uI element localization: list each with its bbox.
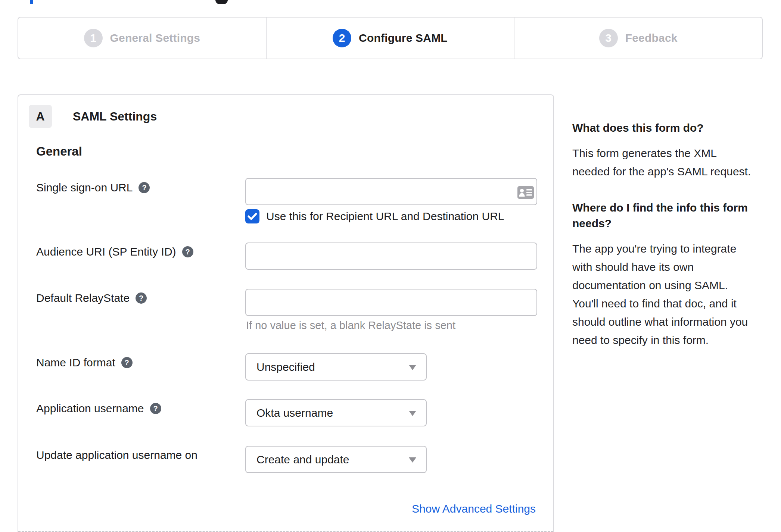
update-username-label-row: Update application username on <box>36 448 197 463</box>
step-2-label: Configure SAML <box>359 32 448 44</box>
checkmark-icon <box>248 212 257 220</box>
app-username-value: Okta username <box>256 407 333 419</box>
show-advanced-settings-link[interactable]: Show Advanced Settings <box>412 503 536 515</box>
sso-url-help-icon[interactable]: ? <box>139 182 150 193</box>
name-id-format-help-icon[interactable]: ? <box>121 357 133 368</box>
audience-uri-help-icon[interactable]: ? <box>182 246 193 257</box>
help-question-1: What does this form do? <box>572 120 754 136</box>
recipient-url-checkbox-label: Use this for Recipient URL and Destinati… <box>266 210 504 223</box>
app-username-select[interactable]: Okta username <box>245 399 427 426</box>
update-username-select[interactable]: Create and update <box>245 446 427 473</box>
cutoff-logo-fragment <box>215 0 228 4</box>
saml-settings-card: A SAML Settings General Single sign-on U… <box>18 94 554 532</box>
app-username-label-row: Application username ? <box>36 401 161 416</box>
help-answer-2: The app you're trying to integrate with … <box>572 240 754 349</box>
relay-state-hint: If no value is set, a blank RelayState i… <box>246 319 455 332</box>
step-3-label: Feedback <box>625 32 678 44</box>
relay-state-help-icon[interactable]: ? <box>136 292 147 304</box>
step-1-number-badge: 1 <box>84 29 103 47</box>
relay-state-label: Default RelayState <box>36 291 130 306</box>
step-configure-saml[interactable]: 2 Configure SAML <box>266 18 514 59</box>
update-username-label: Update application username on <box>36 448 197 463</box>
cutoff-blue-fragment <box>30 0 33 4</box>
general-group-heading: General <box>36 144 82 159</box>
step-2-number-badge: 2 <box>333 29 351 47</box>
app-username-label: Application username <box>36 401 144 416</box>
section-title: SAML Settings <box>73 110 157 123</box>
wizard-stepper: 1 General Settings 2 Configure SAML 3 Fe… <box>18 17 763 59</box>
help-block-what: What does this form do? This form genera… <box>572 120 754 181</box>
name-id-format-label: Name ID format <box>36 355 115 370</box>
help-sidebar: What does this form do? This form genera… <box>572 120 754 349</box>
help-block-where: Where do I find the info this form needs… <box>572 200 754 349</box>
audience-uri-input[interactable] <box>245 242 537 270</box>
section-header: A SAML Settings <box>29 105 157 128</box>
help-question-2: Where do I find the info this form needs… <box>572 200 754 231</box>
name-id-format-label-row: Name ID format ? <box>36 355 133 370</box>
relay-state-input[interactable] <box>245 289 537 316</box>
section-a-badge: A <box>29 105 52 128</box>
step-feedback[interactable]: 3 Feedback <box>514 18 762 59</box>
chevron-down-icon <box>409 365 416 370</box>
sso-url-label: Single sign-on URL <box>36 180 133 195</box>
step-1-label: General Settings <box>110 32 200 44</box>
sso-url-input[interactable] <box>245 178 537 205</box>
chevron-down-icon <box>409 411 416 416</box>
chevron-down-icon <box>409 457 416 463</box>
recipient-url-checkbox[interactable] <box>245 209 259 223</box>
relay-state-label-row: Default RelayState ? <box>36 291 147 306</box>
help-answer-1: This form generates the XML needed for t… <box>572 144 754 181</box>
update-username-value: Create and update <box>256 453 349 466</box>
configure-saml-page: 1 General Settings 2 Configure SAML 3 Fe… <box>0 0 781 532</box>
app-username-help-icon[interactable]: ? <box>150 403 161 414</box>
name-id-format-select[interactable]: Unspecified <box>245 353 427 381</box>
step-general-settings[interactable]: 1 General Settings <box>18 18 266 59</box>
name-id-format-value: Unspecified <box>256 361 315 373</box>
audience-uri-label: Audience URI (SP Entity ID) <box>36 244 176 259</box>
sso-url-label-row: Single sign-on URL ? <box>36 180 150 195</box>
audience-uri-label-row: Audience URI (SP Entity ID) ? <box>36 244 193 259</box>
step-3-number-badge: 3 <box>599 29 618 47</box>
recipient-url-checkbox-row: Use this for Recipient URL and Destinati… <box>245 209 504 223</box>
